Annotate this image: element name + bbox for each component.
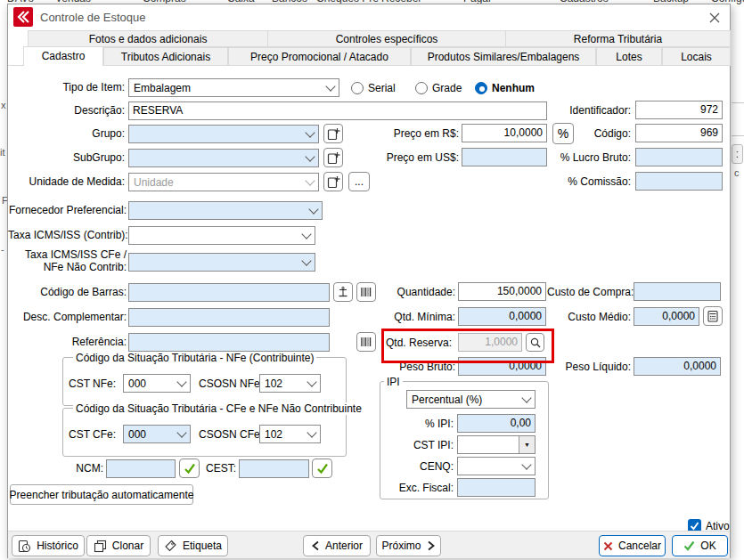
close-button[interactable] <box>705 9 724 27</box>
tag-icon <box>164 540 177 553</box>
lucro-bruto-input[interactable] <box>635 148 723 166</box>
chevron-down-icon <box>307 377 316 386</box>
unidade-medida-combo[interactable]: Unidade <box>128 173 319 191</box>
ncm-input[interactable] <box>106 459 176 478</box>
tab-preco-promocional-atacado[interactable]: Preço Promocional / Atacado <box>228 47 411 66</box>
referencia-label: Referência: <box>8 336 127 349</box>
qtd-minima-input[interactable]: 0,0000 <box>458 307 546 326</box>
radio-nenhum[interactable] <box>475 82 487 94</box>
nova-unidade-button[interactable] <box>323 172 343 191</box>
cenq-combo[interactable] <box>457 457 536 475</box>
historico-button[interactable]: Histórico <box>12 535 85 556</box>
grupo-combo[interactable] <box>128 125 319 143</box>
cest-input[interactable] <box>239 459 309 478</box>
taxa-contrib-combo[interactable] <box>128 226 315 245</box>
identificador-input[interactable]: 972 <box>635 101 723 119</box>
preencher-tributacao-button[interactable]: Preencher tributação automaticamente <box>10 484 193 505</box>
cancelar-button[interactable]: Cancelar <box>599 535 666 556</box>
cst-cfe-combo[interactable]: 000 <box>123 425 191 443</box>
codigo-input[interactable]: 969 <box>635 124 723 142</box>
referencia-barcode-button[interactable] <box>356 332 376 352</box>
cancelar-label: Cancelar <box>618 540 661 552</box>
cest-validar-button[interactable] <box>312 459 332 478</box>
comissao-input[interactable] <box>635 172 723 191</box>
tab-controles-especificos[interactable]: Controles específicos <box>267 30 506 47</box>
background-fragment: c <box>734 167 740 178</box>
background-fragment: - <box>1 244 4 255</box>
custo-medio-input[interactable]: 0,0000 <box>634 307 699 326</box>
calculadora-button[interactable] <box>703 306 723 326</box>
close-icon <box>709 12 720 23</box>
custo-compra-input[interactable] <box>634 282 721 301</box>
barcode-icon <box>360 336 372 348</box>
check-icon <box>316 462 329 475</box>
descricao-label: Descrição: <box>8 104 125 118</box>
fornecedor-combo[interactable] <box>128 201 323 220</box>
novo-grupo-button[interactable] <box>323 124 343 143</box>
cst-ipi-label: CST IPI: <box>382 439 454 452</box>
mais-opcoes-button[interactable]: ... <box>348 172 370 191</box>
peso-bruto-input[interactable]: 0,0000 <box>458 357 546 376</box>
taxa-nao-contrib-label: Taxa ICMS/ISS CFe / NFe Não Contrib: <box>8 248 127 273</box>
radio-nenhum-label: Nenhum <box>492 82 535 94</box>
csosn-cfe-combo[interactable]: 102 <box>259 425 321 443</box>
ok-button[interactable]: OK <box>672 535 728 556</box>
tab-tributos-adicionais[interactable]: Tributos Adicionais <box>103 47 228 66</box>
novo-subgrupo-button[interactable] <box>323 148 343 167</box>
chevron-right-icon <box>427 540 436 551</box>
chevron-down-icon <box>301 256 311 265</box>
chevron-down-icon <box>301 229 311 239</box>
clonar-button[interactable]: Clonar <box>86 535 151 556</box>
csosn-nfe-value: 102 <box>265 377 282 390</box>
chevron-down-icon <box>307 427 316 437</box>
anterior-button[interactable]: Anterior <box>303 535 371 556</box>
cst-nfe-value: 000 <box>128 377 146 390</box>
radio-grade[interactable] <box>415 82 428 94</box>
qtd-reserva-consultar-button[interactable] <box>526 333 544 352</box>
descricao-input[interactable]: RESERVA <box>128 101 547 120</box>
codigo-label: Código: <box>536 127 631 141</box>
chevron-down-icon <box>308 204 318 214</box>
tipo-de-item-combo[interactable]: Embalagem <box>128 78 339 97</box>
background-fragment: x <box>1 100 6 110</box>
tab-lotes[interactable]: Lotes <box>596 47 662 66</box>
ipi-modo-combo[interactable]: Percentual (%) <box>406 390 536 409</box>
check-icon <box>184 462 196 475</box>
cst-ipi-combo[interactable]: ▼ <box>457 435 536 454</box>
subgrupo-combo[interactable] <box>128 149 319 167</box>
desc-complementar-input[interactable] <box>128 308 330 327</box>
csosn-nfe-combo[interactable]: 102 <box>259 374 321 393</box>
desc-complementar-label: Desc. Complementar: <box>8 311 127 324</box>
balanca-button[interactable] <box>333 282 353 302</box>
referencia-input[interactable] <box>128 333 330 352</box>
peso-liquido-label: Peso Líquido: <box>547 361 631 374</box>
tab-reforma-tributaria[interactable]: Reforma Tributária <box>505 30 731 47</box>
etiqueta-button[interactable]: Etiqueta <box>158 535 228 556</box>
chevron-down-icon <box>521 459 531 469</box>
preco-rs-input[interactable]: 10,0000 <box>462 124 547 142</box>
etiqueta-label: Etiqueta <box>183 540 222 552</box>
peso-liquido-input[interactable]: 0,0000 <box>634 357 721 376</box>
tab-cadastro[interactable]: Cadastro <box>23 46 103 66</box>
ncm-validar-button[interactable] <box>179 459 200 478</box>
screen: DAVs Vendas Compras Caixa Bancos Cheques… <box>0 0 744 560</box>
proximo-button[interactable]: Próximo <box>376 535 441 556</box>
dialog-titlebar[interactable]: Controle de Estoque <box>8 4 730 29</box>
cst-nfe-legend: Código da Situação Tributária - NFe (Con… <box>73 352 316 364</box>
tab-fotos-e-dados-adicionais[interactable]: Fotos e dados adicionais <box>28 30 268 47</box>
ipi-percentual-input[interactable]: 0,00 <box>457 414 536 433</box>
exc-fiscal-input[interactable] <box>457 478 536 497</box>
csosn-cfe-value: 102 <box>265 428 282 441</box>
app-logo-icon <box>13 7 33 27</box>
codigo-barras-input[interactable] <box>128 283 330 302</box>
cst-cfe-legend: Código da Situação Tributária - CFe e NF… <box>73 402 364 415</box>
radio-serial[interactable] <box>351 82 364 94</box>
chevron-down-icon <box>305 175 315 185</box>
quantidade-input[interactable]: 150,0000 <box>458 282 546 301</box>
cancel-x-icon <box>603 541 613 551</box>
cst-nfe-combo[interactable]: 000 <box>123 374 191 393</box>
tab-locais[interactable]: Locais <box>662 47 731 66</box>
tab-produtos-similares-embalagens[interactable]: Produtos Similares/Embalagens <box>411 47 596 66</box>
taxa-nao-contrib-combo[interactable] <box>128 253 315 272</box>
preco-rs-label: Preço em R$: <box>348 127 459 141</box>
